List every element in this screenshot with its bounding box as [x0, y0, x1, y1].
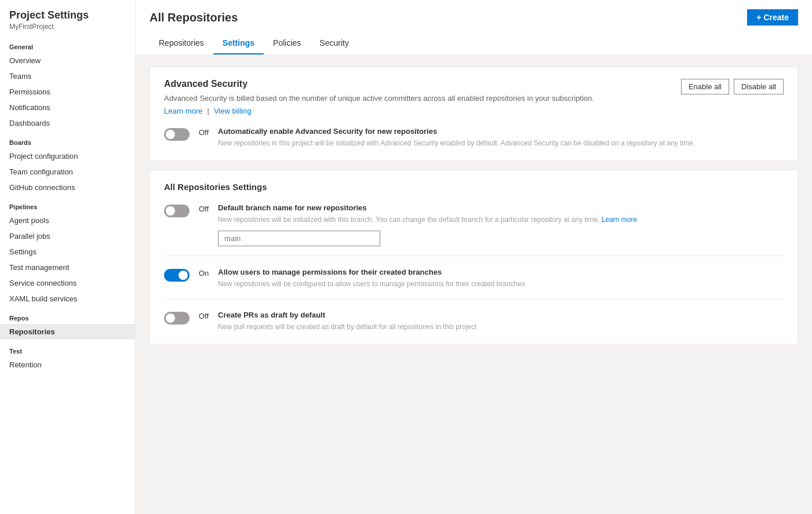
- create-button[interactable]: + Create: [747, 9, 798, 25]
- main-header: All Repositories + Create Repositories S…: [136, 0, 812, 55]
- sidebar-item-dashboards[interactable]: Dashboards: [0, 115, 135, 131]
- tabs-nav: Repositories Settings Policies Security: [150, 32, 798, 54]
- link-divider: |: [207, 107, 209, 115]
- advanced-security-card: Advanced Security Advanced Security is b…: [150, 67, 798, 161]
- default-branch-off-label: Off: [199, 205, 209, 213]
- manage-permissions-on-label: On: [199, 269, 209, 278]
- card-links: Learn more | View billing: [164, 107, 594, 115]
- sidebar-item-teams[interactable]: Teams: [0, 68, 135, 84]
- sidebar-item-notifications[interactable]: Notifications: [0, 100, 135, 115]
- sidebar-item-overview[interactable]: Overview: [0, 53, 135, 68]
- enable-all-button[interactable]: Enable all: [681, 79, 729, 94]
- manage-permissions-content: Allow users to manage permissions for th…: [218, 268, 784, 289]
- default-branch-learn-more[interactable]: Learn more: [602, 216, 637, 224]
- default-branch-toggle-row: Off Default branch name for new reposito…: [164, 203, 784, 246]
- tab-repositories[interactable]: Repositories: [150, 32, 213, 54]
- view-billing-link[interactable]: View billing: [214, 107, 252, 115]
- default-branch-slider: [164, 205, 190, 217]
- sidebar-item-test-management[interactable]: Test management: [0, 260, 135, 275]
- sidebar-item-team-configuration[interactable]: Team configuration: [0, 164, 135, 180]
- draft-pr-desc: New pull requests will be created as dra…: [218, 322, 784, 332]
- draft-pr-title: Create PRs as draft by default: [218, 311, 784, 319]
- tab-settings[interactable]: Settings: [213, 32, 264, 54]
- section-label-boards: Boards: [0, 131, 135, 148]
- toggle-off-label: Off: [199, 128, 209, 137]
- draft-pr-slider: [164, 312, 190, 325]
- sidebar-item-service-connections[interactable]: Service connections: [0, 275, 135, 291]
- manage-permissions-toggle-row: On Allow users to manage permissions for…: [164, 268, 784, 289]
- section-label-pipelines: Pipelines: [0, 195, 135, 213]
- page-title: All Repositories: [150, 11, 238, 31]
- disable-all-button[interactable]: Disable all: [734, 79, 784, 94]
- default-branch-title: Default branch name for new repositories: [218, 203, 784, 212]
- sidebar-item-settings[interactable]: Settings: [0, 244, 135, 260]
- sidebar-item-retention[interactable]: Retention: [0, 357, 135, 373]
- manage-permissions-toggle[interactable]: [164, 269, 190, 282]
- sidebar-section-test: Test Retention: [0, 340, 135, 373]
- sidebar-section-general: General Overview Teams Permissions Notif…: [0, 35, 135, 131]
- sidebar-item-permissions[interactable]: Permissions: [0, 84, 135, 100]
- tab-security[interactable]: Security: [310, 32, 358, 54]
- sidebar-section-boards: Boards Project configuration Team config…: [0, 131, 135, 195]
- advanced-security-toggle[interactable]: [164, 128, 190, 141]
- learn-more-link[interactable]: Learn more: [164, 107, 202, 115]
- advanced-security-toggle-row: Off Automatically enable Advanced Securi…: [164, 127, 784, 148]
- all-repos-settings-title: All Repositories Settings: [164, 182, 784, 192]
- separator-1: [164, 256, 784, 256]
- main-content: Advanced Security Advanced Security is b…: [136, 55, 812, 356]
- section-label-general: General: [0, 35, 135, 53]
- sidebar-subtitle: MyFirstProject: [9, 23, 126, 31]
- toggle-title: Automatically enable Advanced Security f…: [218, 127, 784, 136]
- main-content-area: All Repositories + Create Repositories S…: [136, 0, 812, 514]
- default-branch-content: Default branch name for new repositories…: [218, 203, 784, 246]
- sidebar-item-xaml-build-services[interactable]: XAML build services: [0, 291, 135, 307]
- card-header-row: Advanced Security Advanced Security is b…: [164, 79, 784, 115]
- sidebar-title: Project Settings: [9, 9, 126, 21]
- branch-name-input[interactable]: [218, 231, 380, 246]
- draft-pr-toggle-row: Off Create PRs as draft by default New p…: [164, 311, 784, 332]
- sidebar-section-repos: Repos Repositories: [0, 307, 135, 340]
- sidebar-item-github-connections[interactable]: GitHub connections: [0, 180, 135, 195]
- tab-policies[interactable]: Policies: [264, 32, 310, 54]
- branch-input-container: [218, 231, 784, 246]
- manage-permissions-desc: New repositories will be configured to a…: [218, 279, 784, 289]
- card-actions: Enable all Disable all: [681, 79, 784, 94]
- sidebar-item-agent-pools[interactable]: Agent pools: [0, 213, 135, 228]
- toggle-slider: [164, 128, 190, 141]
- card-text-area: Advanced Security Advanced Security is b…: [164, 79, 594, 115]
- separator-2: [164, 298, 784, 299]
- advanced-security-title: Advanced Security: [164, 79, 594, 89]
- draft-pr-toggle[interactable]: [164, 312, 190, 325]
- manage-permissions-slider: [164, 269, 190, 282]
- sidebar-section-pipelines: Pipelines Agent pools Parallel jobs Sett…: [0, 195, 135, 307]
- sidebar: Project Settings MyFirstProject General …: [0, 0, 136, 514]
- default-branch-desc: New repositories will be initialized wit…: [218, 214, 784, 225]
- default-branch-toggle[interactable]: [164, 205, 190, 217]
- sidebar-item-repositories[interactable]: Repositories: [0, 324, 135, 340]
- draft-pr-off-label: Off: [199, 312, 209, 320]
- toggle-content: Automatically enable Advanced Security f…: [218, 127, 784, 148]
- sidebar-item-project-configuration[interactable]: Project configuration: [0, 148, 135, 164]
- section-label-test: Test: [0, 340, 135, 357]
- toggle-desc: New repositories in this project will be…: [218, 138, 784, 148]
- manage-permissions-title: Allow users to manage permissions for th…: [218, 268, 784, 276]
- section-label-repos: Repos: [0, 307, 135, 324]
- all-repos-settings-card: All Repositories Settings Off Default br…: [150, 170, 798, 344]
- sidebar-header: Project Settings MyFirstProject: [0, 0, 135, 35]
- sidebar-item-parallel-jobs[interactable]: Parallel jobs: [0, 228, 135, 244]
- advanced-security-desc: Advanced Security is billed based on the…: [164, 93, 594, 104]
- draft-pr-content: Create PRs as draft by default New pull …: [218, 311, 784, 332]
